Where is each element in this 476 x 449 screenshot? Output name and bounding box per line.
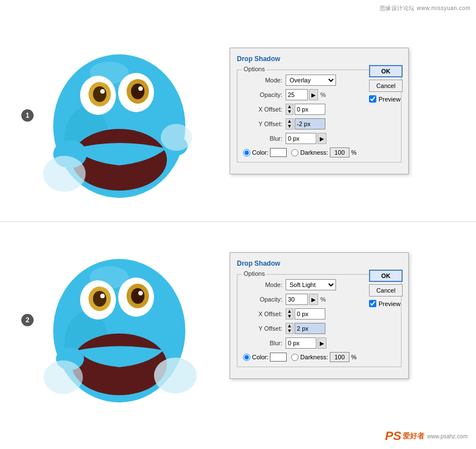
yoffset-input-2[interactable]	[295, 323, 325, 334]
svg-point-30	[44, 360, 83, 394]
monster-1	[36, 28, 199, 203]
yoffset-spin-1[interactable]: ▲▼	[286, 118, 293, 129]
section-2: 2	[11, 227, 465, 423]
dialog-1-title: Drop Shadow	[237, 55, 402, 65]
blur-input-2[interactable]	[286, 337, 316, 349]
watermark-top: 思缘设计论坛 www.missyuan.com	[380, 4, 470, 12]
yoffset-row-1: Y Offset: ▲▼	[243, 118, 395, 129]
yoffset-label-2: Y Offset:	[243, 325, 282, 332]
opacity-arrow-1[interactable]: ▶	[309, 89, 318, 100]
dialog-2: Drop Shadow Options Mode: Overlay Soft L…	[230, 252, 409, 379]
ok-button-2[interactable]: OK	[369, 270, 403, 282]
preview-checkbox-2[interactable]	[369, 300, 376, 307]
svg-point-15	[161, 124, 192, 151]
opacity-suffix-2: %	[320, 296, 326, 303]
blur-input-1[interactable]	[286, 133, 316, 144]
xoffset-input-2[interactable]	[295, 308, 325, 320]
yoffset-label-1: Y Offset:	[243, 121, 282, 127]
svg-point-28	[154, 358, 197, 394]
preview-checkbox-1[interactable]	[369, 95, 376, 103]
color-row-1: Color: Darkness: %	[243, 147, 395, 158]
cancel-button-2[interactable]: Cancel	[369, 284, 403, 297]
darkness-input-1[interactable]	[330, 147, 349, 158]
opacity-suffix-1: %	[320, 91, 326, 98]
mode-select-2[interactable]: Overlay Soft Light Normal	[286, 279, 336, 290]
svg-point-25	[131, 288, 144, 304]
darkness-input-2[interactable]	[330, 352, 349, 362]
badge-1: 1	[21, 109, 34, 122]
xoffset-row-2: X Offset: ▲▼	[243, 308, 395, 320]
monster-svg-1	[36, 28, 199, 202]
watermark-top-text: 思缘设计论坛 www.missyuan.com	[380, 5, 470, 11]
svg-point-6	[100, 89, 105, 94]
xoffset-spin-1[interactable]: ▲▼	[286, 104, 293, 115]
dialog-1: Drop Shadow Options Mode: Overlay Soft L…	[230, 48, 409, 174]
mode-select-1[interactable]: Overlay Soft Light Normal	[286, 75, 336, 86]
opacity-label-1: Opacity:	[243, 91, 282, 98]
color-radio-2[interactable]: Color:	[243, 353, 287, 362]
preview-label-1: Preview	[379, 96, 400, 103]
svg-point-14	[43, 156, 86, 192]
svg-point-9	[131, 84, 144, 99]
blur-arrow-1[interactable]: ▶	[318, 133, 326, 144]
yoffset-input-1[interactable]	[295, 118, 325, 129]
svg-point-29	[90, 266, 129, 289]
svg-point-13	[90, 62, 129, 84]
mode-label-2: Mode:	[243, 281, 282, 288]
svg-point-5	[93, 86, 106, 102]
dialog-2-title: Drop Shadow	[237, 260, 402, 270]
preview-row-1[interactable]: Preview	[369, 95, 403, 103]
color-row-2: Color: Darkness: %	[243, 352, 395, 362]
xoffset-spin-2[interactable]: ▲▼	[286, 308, 293, 320]
ps-love-text: 爱好者	[403, 431, 424, 441]
dialog-1-buttons: OK Cancel Preview	[369, 65, 403, 103]
svg-point-21	[93, 291, 106, 307]
svg-point-10	[138, 86, 143, 91]
darkness-radio-2[interactable]: Darkness: %	[291, 352, 356, 362]
xoffset-row-1: X Offset: ▲▼	[243, 104, 395, 115]
color-swatch-1[interactable]	[270, 148, 287, 157]
yoffset-row-2: Y Offset: ▲▼	[243, 323, 395, 334]
yoffset-spin-2[interactable]: ▲▼	[286, 323, 293, 334]
options-legend-2: Options	[242, 270, 267, 277]
xoffset-input-1[interactable]	[295, 104, 325, 115]
blur-label-2: Blur:	[243, 340, 282, 346]
blur-row-2: Blur: ▶	[243, 337, 395, 349]
color-swatch-2[interactable]	[270, 353, 287, 362]
preview-row-2[interactable]: Preview	[369, 300, 403, 307]
section-1: 1	[11, 22, 465, 213]
svg-point-26	[138, 291, 143, 295]
monster-2	[36, 233, 199, 408]
xoffset-label-2: X Offset:	[243, 311, 282, 317]
opacity-input-2[interactable]	[286, 294, 308, 305]
options-legend-1: Options	[242, 66, 267, 72]
monster-svg-2	[36, 233, 199, 406]
ok-button-1[interactable]: OK	[369, 65, 403, 77]
opacity-arrow-2[interactable]: ▶	[309, 294, 318, 305]
xoffset-label-1: X Offset:	[243, 106, 282, 113]
blur-label-1: Blur:	[243, 135, 282, 142]
ps-logo-text: PS	[385, 429, 401, 443]
dialog-2-buttons: OK Cancel Preview	[369, 270, 403, 307]
divider	[0, 221, 476, 222]
blur-arrow-2[interactable]: ▶	[318, 337, 326, 349]
darkness-radio-1[interactable]: Darkness: %	[291, 147, 356, 158]
ps-site-text: www.psahz.com	[427, 433, 468, 439]
opacity-label-2: Opacity:	[243, 296, 282, 303]
svg-point-22	[100, 294, 105, 298]
blur-row-1: Blur: ▶	[243, 133, 395, 144]
color-radio-1[interactable]: Color:	[243, 148, 287, 157]
cancel-button-1[interactable]: Cancel	[369, 80, 403, 92]
mode-label-1: Mode:	[243, 77, 282, 84]
badge-2: 2	[21, 314, 34, 326]
preview-label-2: Preview	[379, 300, 400, 307]
watermark-bottom: PS 爱好者 www.psahz.com	[385, 429, 468, 443]
opacity-input-1[interactable]	[286, 89, 308, 100]
